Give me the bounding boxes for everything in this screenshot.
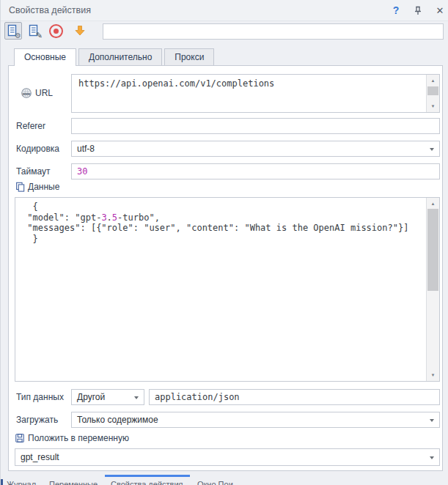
record-button[interactable] [47,22,65,40]
store-variable-value: gpt_result [21,452,59,462]
data-editor-lines: { "model": "gpt-3.5-turbo", "messages": … [15,198,439,248]
referer-label: Referer [16,121,45,131]
data-scrollbar[interactable]: ▲ ▼ [426,198,439,381]
run-button[interactable] [71,22,89,40]
action-name-input[interactable] [103,23,444,40]
url-scrollbar[interactable]: ▲ ▼ [426,75,439,112]
chevron-down-icon [430,419,434,422]
data-scrollbar-thumb[interactable] [427,209,438,291]
chevron-down-icon [430,456,434,459]
store-variable-combo[interactable]: gpt_result [15,448,440,466]
timeout-input[interactable]: 30 [71,163,440,179]
url-value: https://api.openai.com/v1/completions [72,75,439,93]
tab-main-label: Основные [24,52,66,62]
encoding-select[interactable]: utf-8 [71,141,440,157]
pin-icon[interactable] [411,4,425,17]
chevron-down-icon [134,396,139,399]
data-label-text: Данные [28,182,59,192]
content-type-input[interactable]: application/json [149,389,440,405]
tab-additional[interactable]: Дополнительно [78,48,162,65]
tab-proxy-label: Прокси [175,52,204,62]
referer-input[interactable] [71,118,440,134]
globe-www-icon: www [21,87,32,99]
encoding-label: Кодировка [16,144,59,154]
action-edit-button[interactable]: ✎ [26,22,43,40]
data-editor[interactable]: { "model": "gpt-3.5-turbo", "messages": … [15,197,440,382]
close-icon[interactable]: ✕ [433,4,447,17]
help-icon[interactable]: ? [389,4,403,17]
tab-strip: Основные Дополнительно Прокси [14,48,214,66]
action-settings-button[interactable]: ⚙ [4,22,22,40]
dock-icon-fragment [1,479,3,485]
chevron-down-icon [430,148,434,151]
scroll-up-icon[interactable]: ▲ [427,199,439,209]
action-properties-panel: Свойства действия ? ✕ ⚙ [0,0,448,485]
load-mode-label: Загружать [16,415,58,425]
encoding-value: utf-8 [77,144,95,154]
tab-additional-label: Дополнительно [89,52,152,62]
url-field[interactable]: https://api.openai.com/v1/completions ▲ … [71,74,440,113]
data-label: Данные [15,182,59,192]
active-dock-tab-indicator [105,475,190,477]
dock-tab[interactable]: Переменные [49,480,98,485]
store-variable-label: Положить в переменную [15,433,129,443]
tab-page-main: www URL https://api.openai.com/v1/comple… [8,65,443,471]
timeout-value: 30 [77,166,87,177]
svg-text:www: www [22,92,31,96]
record-icon [49,24,63,38]
document-pencil-icon: ✎ [28,24,41,37]
url-scrollbar-thumb[interactable] [427,86,438,95]
data-type-select[interactable]: Другой [71,389,144,405]
data-type-label: Тип данных [16,392,64,402]
scroll-up-icon[interactable]: ▲ [427,75,439,86]
content-type-value: application/json [155,392,240,402]
save-floppy-icon [15,433,25,443]
store-variable-label-text: Положить в переменную [28,433,129,443]
panel-titlebar: Свойства действия ? ✕ [1,0,448,21]
data-type-value: Другой [77,392,105,402]
scroll-down-icon[interactable]: ▼ [427,101,439,111]
load-mode-select[interactable]: Только содержимое [71,412,440,428]
document-gear-icon: ⚙ [7,24,20,37]
dock-tab[interactable]: Свойства действия [111,480,183,485]
scroll-down-icon[interactable]: ▼ [427,370,439,380]
tab-main[interactable]: Основные [14,48,76,66]
dock-tab-strip: Журнал Переменные Свойства действия Окно… [1,478,448,485]
timeout-label: Таймаут [16,166,50,177]
panel-title: Свойства действия [9,5,91,15]
down-arrow-icon [73,24,87,37]
url-label: www URL [21,87,53,99]
dock-tab[interactable]: Журнал [7,480,36,485]
dock-tab[interactable]: Окно Пои [197,480,233,485]
copy-pages-icon [15,182,25,192]
load-mode-value: Только содержимое [77,415,158,425]
tab-proxy[interactable]: Прокси [164,48,214,65]
url-label-text: URL [35,88,53,98]
toolbar: ⚙ ✎ [1,21,448,45]
